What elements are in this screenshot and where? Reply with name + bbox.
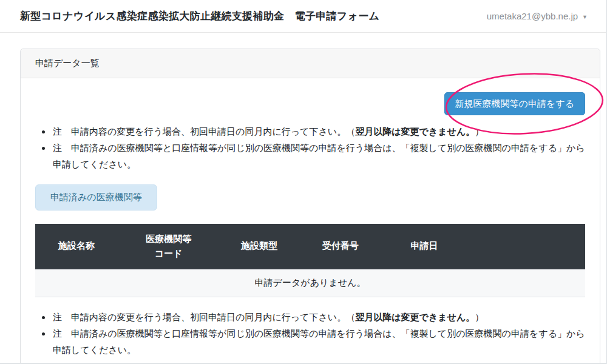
app-title: 新型コロナウイルス感染症感染拡大防止継続支援補助金 電子申請フォーム (20, 9, 379, 23)
note-item: 注 申請済みの医療機関等と口座情報等が同じ別の医療機関等の申請を行う場合は、「複… (52, 325, 585, 358)
empty-message: 申請データがありません。 (35, 269, 585, 297)
col-application-date: 申請日 (382, 224, 467, 269)
card-header-title: 申請データ一覧 (35, 58, 100, 69)
col-institution-code: 医療機関等コード (118, 224, 220, 269)
col-receipt-number: 受付番号 (299, 224, 382, 269)
account-dropdown[interactable]: umetaka21@ybb.ne.jp ▼ (487, 11, 588, 21)
notes-bottom: 注 申請内容の変更を行う場合、初回申請日の同月内に行って下さい。（翌月以降は変更… (35, 309, 585, 358)
table-header-row: 施設名称 医療機関等コード 施設類型 受付番号 申請日 (35, 224, 585, 269)
col-actions (467, 224, 585, 269)
caret-down-icon: ▼ (582, 14, 588, 20)
button-row: 新規医療機関等の申請をする (35, 92, 585, 115)
new-application-button[interactable]: 新規医療機関等の申請をする (444, 92, 585, 115)
application-list-card: 申請データ一覧 新規医療機関等の申請をする 注 申請内容の変更を行う場合、初回申… (20, 49, 600, 364)
browser-window: 新型コロナウイルス感染症感染拡大防止継続支援補助金 電子申請フォーム umeta… (0, 0, 607, 364)
col-facility-name: 施設名称 (35, 224, 118, 269)
card-body: 新規医療機関等の申請をする 注 申請内容の変更を行う場合、初回申請日の同月内に行… (21, 78, 600, 364)
navbar: 新型コロナウイルス感染症感染拡大防止継続支援補助金 電子申請フォーム umeta… (0, 0, 606, 33)
note-item: 注 申請内容の変更を行う場合、初回申請日の同月内に行って下さい。（翌月以降は変更… (52, 309, 585, 325)
applications-table: 施設名称 医療機関等コード 施設類型 受付番号 申請日 申請データがありません。 (35, 224, 585, 298)
note-item: 注 申請済みの医療機関等と口座情報等が同じ別の医療機関等の申請を行う場合は、「複… (52, 140, 585, 172)
col-facility-type: 施設類型 (220, 224, 299, 269)
account-email: umetaka21@ybb.ne.jp (487, 11, 578, 21)
note-item: 注 申請内容の変更を行う場合、初回申請日の同月内に行って下さい。（翌月以降は変更… (52, 123, 585, 140)
applied-institutions-tab[interactable]: 申請済みの医療機関等 (35, 184, 157, 211)
notes-top: 注 申請内容の変更を行う場合、初回申請日の同月内に行って下さい。（翌月以降は変更… (35, 123, 585, 172)
card-header: 申請データ一覧 (21, 49, 600, 78)
table-empty-row: 申請データがありません。 (35, 269, 585, 297)
